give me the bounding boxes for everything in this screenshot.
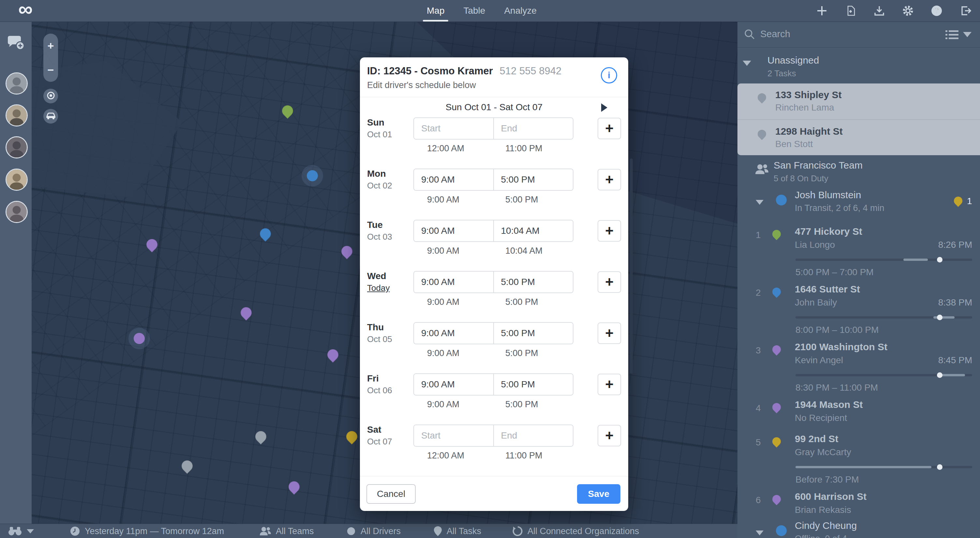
- collapse-icon[interactable]: [756, 530, 764, 535]
- day-date: Oct 06: [367, 385, 414, 396]
- range-start: 9:00 AM: [427, 246, 505, 256]
- range-end: 5:00 PM: [505, 400, 538, 409]
- add-interval-button[interactable]: +: [598, 220, 621, 242]
- start-time-input[interactable]: [414, 374, 494, 395]
- end-time-input[interactable]: [494, 118, 573, 139]
- task-row[interactable]: 133 Shipley St Rinchen Lama: [737, 83, 980, 119]
- collapse-icon[interactable]: [756, 200, 764, 205]
- task-row[interactable]: 1 477 Hickory St Lia Longo 8:26 PM 5:00 …: [737, 218, 980, 276]
- app-logo[interactable]: ∞: [18, 0, 33, 21]
- end-time-input[interactable]: [494, 220, 573, 241]
- start-time-input[interactable]: [414, 118, 494, 139]
- tab-analyze[interactable]: Analyze: [504, 0, 537, 22]
- map-driver-dot-purple[interactable]: [134, 333, 145, 344]
- day-name: Mon: [367, 169, 414, 179]
- filter-bottom-bar: Yesterday 11pm — Tomorrow 12am All Teams…: [0, 524, 737, 538]
- task-row[interactable]: 6 600 Harrison St Brian Rekasis: [737, 483, 980, 517]
- tasks-filter[interactable]: All Tasks: [434, 524, 481, 538]
- task-row[interactable]: 5 99 2nd St Gray McCarty Before 7:30 PM: [737, 425, 980, 483]
- zoom-out-button[interactable]: −: [48, 64, 54, 75]
- driver-row-josh[interactable]: Josh Blumstein In Transit, 2 of 6, 4 min…: [737, 187, 980, 218]
- driver-row-cindy[interactable]: Cindy Cheung Offline, 0 of 4: [737, 517, 980, 538]
- drivers-filter[interactable]: All Drivers: [346, 524, 401, 538]
- top-navbar: ∞ Map Table Analyze ?: [0, 0, 980, 22]
- nav-tabs: Map Table Analyze: [427, 0, 537, 22]
- day-name: Wed: [367, 271, 414, 282]
- list-dropdown-icon[interactable]: [963, 32, 972, 37]
- end-time-input[interactable]: [494, 323, 573, 344]
- time-filter[interactable]: Yesterday 11pm — Tomorrow 12am: [70, 524, 224, 538]
- task-recipient: John Baily: [795, 298, 837, 308]
- teams-filter[interactable]: All Teams: [259, 524, 314, 538]
- team-section-header[interactable]: San Francisco Team 5 of 8 On Duty: [737, 155, 980, 187]
- start-time-input[interactable]: [414, 323, 494, 344]
- end-time-input[interactable]: [494, 169, 573, 190]
- settings-gear-icon[interactable]: [902, 5, 914, 17]
- add-interval-button[interactable]: +: [598, 374, 621, 395]
- download-icon[interactable]: [873, 5, 885, 17]
- next-week-arrow-icon[interactable]: [601, 103, 608, 112]
- add-interval-button[interactable]: +: [598, 323, 621, 344]
- driver-status: In Transit, 2 of 6, 4 min: [795, 203, 885, 213]
- import-icon[interactable]: [845, 5, 857, 17]
- schedule-row-fri: Fri Oct 06 + 9:00 AM5:00 PM: [367, 373, 621, 416]
- cancel-button[interactable]: Cancel: [366, 484, 416, 504]
- list-view-icon[interactable]: [945, 30, 958, 41]
- task-progress-bar: [795, 259, 972, 261]
- start-time-input[interactable]: [414, 220, 494, 241]
- tab-map[interactable]: Map: [427, 0, 444, 22]
- logout-icon[interactable]: [959, 5, 972, 17]
- start-time-input[interactable]: [414, 425, 494, 446]
- locate-button[interactable]: [43, 89, 58, 103]
- driver-avatar[interactable]: [6, 169, 28, 191]
- driver-avatar[interactable]: [6, 104, 28, 127]
- driver-avatar[interactable]: [6, 201, 28, 223]
- task-row[interactable]: 1298 Haight St Ben Stott: [737, 119, 980, 156]
- start-time-input[interactable]: [414, 272, 494, 293]
- task-pin-icon: [771, 493, 783, 505]
- driver-avatar[interactable]: [6, 136, 28, 158]
- new-message-button[interactable]: [6, 35, 26, 51]
- map-driver-dot-blue[interactable]: [307, 170, 318, 181]
- info-icon[interactable]: i: [601, 67, 617, 83]
- map-layers-button[interactable]: [8, 524, 34, 538]
- task-row[interactable]: 4 1944 Mason St No Recipient: [737, 391, 980, 425]
- tab-table[interactable]: Table: [463, 0, 485, 22]
- start-time-input[interactable]: [414, 169, 494, 190]
- end-time-input[interactable]: [494, 425, 573, 446]
- add-icon[interactable]: [816, 5, 828, 17]
- modal-scrollbar[interactable]: [630, 158, 633, 374]
- task-row[interactable]: 3 2100 Washington St Kevin Angel 8:45 PM…: [737, 334, 980, 391]
- range-end: 5:00 PM: [505, 297, 538, 307]
- save-button[interactable]: Save: [577, 484, 620, 504]
- end-time-input[interactable]: [494, 374, 573, 395]
- schedule-row-mon: Mon Oct 02 + 9:00 AM5:00 PM: [367, 169, 621, 211]
- svg-text:?: ?: [934, 6, 939, 15]
- task-row[interactable]: 2 1646 Sutter St John Baily 8:38 PM 8:00…: [737, 276, 980, 334]
- unassigned-section-header[interactable]: Unassigned 2 Tasks: [737, 48, 980, 83]
- add-interval-button[interactable]: +: [598, 169, 621, 190]
- end-time-input[interactable]: [494, 272, 573, 293]
- driver-id-name: ID: 12345 - Cosmo Kramer: [367, 65, 493, 76]
- driver-avatar[interactable]: [6, 72, 28, 95]
- day-date: Oct 07: [367, 436, 414, 447]
- task-address: 477 Hickory St: [795, 226, 862, 237]
- traffic-button[interactable]: [43, 109, 58, 124]
- zoom-in-button[interactable]: +: [48, 40, 54, 51]
- add-interval-button[interactable]: +: [598, 425, 621, 446]
- add-interval-button[interactable]: +: [598, 118, 621, 139]
- collapse-icon[interactable]: [743, 60, 751, 66]
- range-start: 9:00 AM: [427, 348, 505, 358]
- task-recipient: No Recipient: [795, 413, 847, 423]
- sidebar-search-row[interactable]: Search: [737, 22, 980, 48]
- schedule-scroll-area: Sun Oct 01 - Sat Oct 07 Sun Oct 01 + 12:…: [360, 97, 628, 475]
- week-range-label: Sun Oct 01 - Sat Oct 07: [445, 102, 542, 113]
- search-input[interactable]: Search: [760, 29, 790, 40]
- task-sequence-number: 4: [756, 403, 761, 414]
- schedule-row-wed: Wed Today + 9:00 AM5:00 PM: [367, 271, 621, 314]
- chat-plus-icon: [6, 48, 26, 54]
- organizations-filter[interactable]: All Connected Organizations: [512, 524, 639, 538]
- help-icon[interactable]: ?: [931, 5, 943, 17]
- add-interval-button[interactable]: +: [598, 271, 621, 293]
- task-eta: 8:38 PM: [938, 298, 972, 308]
